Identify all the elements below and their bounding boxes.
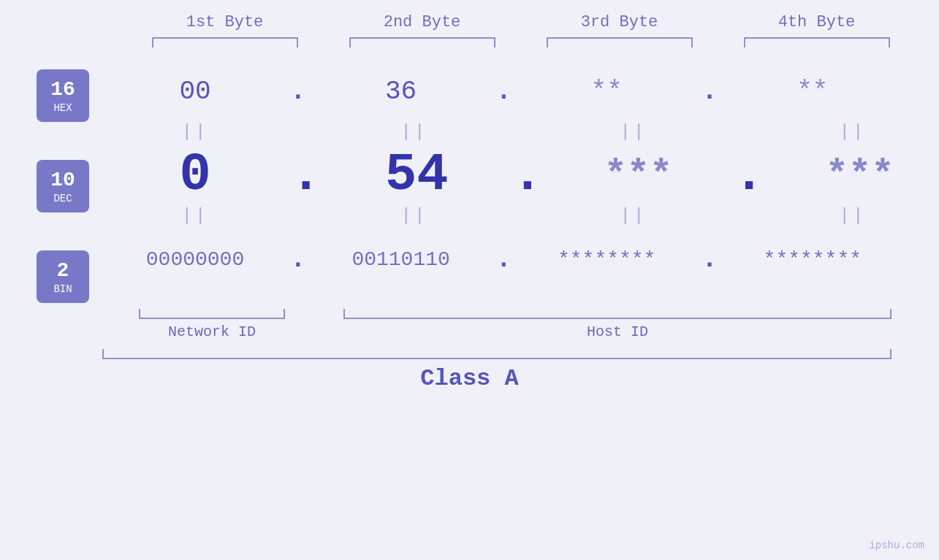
sep-cell-3b: || [535,206,732,226]
sep-row-1: || || || || [96,120,939,142]
hex-cell-1: 00 [96,77,294,107]
hex-value-2: 36 [385,77,417,107]
dec-badge-num: 10 [50,168,75,193]
bracket-top-2 [349,37,495,47]
bin-cell-3: ******** [508,248,705,271]
byte-col-1: 1st Byte [126,13,324,47]
bin-row: 00000000 . 00110110 . ******** . *******… [96,230,939,288]
network-bracket [139,309,285,319]
hex-value-4: ** [797,77,828,107]
bin-badge-num: 2 [57,258,69,283]
hex-badge-num: 16 [50,77,75,102]
dec-value-3: *** [604,154,673,197]
byte-col-4: 4th Byte [718,13,916,47]
hex-badge-base: HEX [53,102,72,114]
class-label-row: Class A [75,365,864,392]
bracket-top-1 [152,37,298,47]
sep-cell-2a: || [316,122,513,142]
bin-cell-1: 00000000 [96,248,294,271]
host-id-label: Host ID [587,323,648,340]
dec-cell-2: 54 [318,145,515,205]
sep-cell-2b: || [316,206,513,226]
badge-column: 16 HEX 10 DEC 2 BIN [37,69,89,303]
hex-value-3: ** [591,77,623,107]
bottom-brackets-row: Network ID Host ID [0,309,939,340]
sep-cell-3a: || [535,122,732,142]
hex-cell-4: ** [714,77,911,107]
host-bracket-container: Host ID [322,309,913,340]
class-bracket [102,349,892,359]
bin-value-1: 00000000 [146,248,244,271]
class-bracket-section [0,349,939,359]
dec-value-1: 0 [179,145,210,205]
sep-cell-1b: || [96,206,294,226]
network-id-label: Network ID [168,323,256,340]
bracket-top-3 [547,37,693,47]
hex-cell-3: ** [508,77,705,107]
byte-label-3: 3rd Byte [581,13,658,31]
dec-badge: 10 DEC [37,160,89,212]
dec-cell-1: 0 [96,145,294,205]
header-row: 1st Byte 2nd Byte 3rd Byte 4th Byte [0,13,939,47]
bin-badge-base: BIN [53,283,72,295]
main-container: 1st Byte 2nd Byte 3rd Byte 4th Byte 16 H… [0,0,939,560]
bin-value-2: 00110110 [351,248,449,271]
sep-row-2: || || || || [96,204,939,226]
bin-badge: 2 BIN [37,250,89,303]
sep-cell-4a: || [754,122,939,142]
host-bracket [343,309,892,319]
byte-col-3: 3rd Byte [521,13,718,47]
sep-cell-1a: || [96,122,294,142]
hex-value-1: 00 [179,77,210,107]
byte-label-1: 1st Byte [186,13,264,31]
dec-cell-4: *** [761,154,939,197]
byte-label-4: 4th Byte [778,13,856,31]
hex-cell-2: 36 [303,77,500,107]
dec-badge-base: DEC [53,193,72,204]
dot-dec-1: . [290,145,322,205]
bin-cell-4: ******** [714,248,911,271]
hex-row: 00 . 36 . ** . ** [96,62,939,120]
bin-value-3: ******** [558,248,655,271]
dot-dec-3: . [733,145,764,205]
byte-label-2: 2nd Byte [384,13,461,31]
bin-cell-2: 00110110 [303,248,500,271]
dec-cell-3: *** [539,154,737,197]
sep-cell-4b: || [754,206,939,226]
bin-value-4: ******** [764,248,862,271]
data-grid: 00 . 36 . ** . ** || || [96,55,939,288]
dec-value-4: *** [826,154,894,197]
dec-row: 0 . 54 . *** . *** [96,146,939,204]
network-bracket-container: Network ID [102,309,322,340]
byte-col-2: 2nd Byte [324,13,521,47]
class-label: Class A [420,365,518,392]
hex-badge: 16 HEX [37,69,89,122]
watermark: ipshu.com [869,540,924,551]
bracket-top-4 [744,37,890,47]
main-area: 16 HEX 10 DEC 2 BIN 00 . 36 [0,55,939,303]
dot-dec-2: . [512,145,543,205]
dec-value-2: 54 [385,145,448,205]
